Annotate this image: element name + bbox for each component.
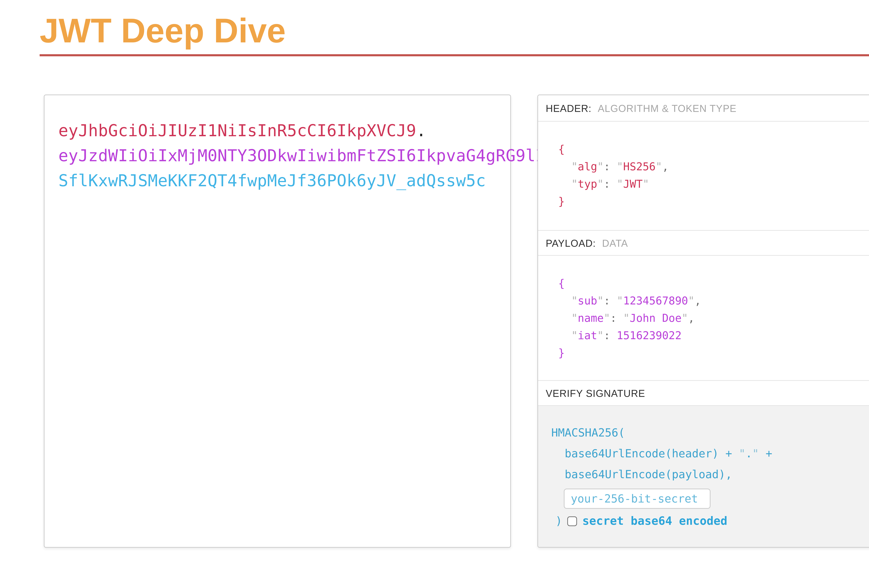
encoded-token-editor[interactable]: eyJhbGciOiJIUzI1NiIsInR5cCI6IkpXVCJ9.eyJ… <box>58 118 447 193</box>
secret-base64-label[interactable]: secret base64 encoded <box>583 514 728 527</box>
signature-formula: HMACSHA256( base64UrlEncode(header) + ".… <box>551 422 869 485</box>
payload-section-bar: PAYLOAD: DATA <box>538 231 869 256</box>
secret-base64-checkbox[interactable] <box>567 516 577 526</box>
slide: JWT Deep Dive eyJhbGciOiJIUzI1NiIsInR5cC… <box>0 0 869 588</box>
payload-sublabel: DATA <box>602 237 628 249</box>
decoded-panel: HEADER: ALGORITHM & TOKEN TYPE { "alg": … <box>537 95 869 548</box>
verify-section-bar: VERIFY SIGNATURE <box>538 381 869 406</box>
header-sublabel: ALGORITHM & TOKEN TYPE <box>598 102 737 114</box>
verify-signature-label: VERIFY SIGNATURE <box>546 388 645 398</box>
signature-formula-close-row: ) secret base64 encoded <box>556 514 869 527</box>
encoded-token-panel: eyJhbGciOiJIUzI1NiIsInR5cCI6IkpXVCJ9.eyJ… <box>44 95 511 548</box>
page-title: JWT Deep Dive <box>40 11 286 50</box>
title-underline <box>40 54 869 56</box>
payload-json-editor[interactable]: { "sub": "1234567890", "name": "John Doe… <box>538 256 869 381</box>
verify-signature-area: HMACSHA256( base64UrlEncode(header) + ".… <box>538 406 869 547</box>
closing-paren: ) <box>556 514 562 527</box>
secret-input[interactable] <box>564 489 710 509</box>
payload-label: PAYLOAD: <box>546 237 596 249</box>
header-section-bar: HEADER: ALGORITHM & TOKEN TYPE <box>538 95 869 121</box>
header-json-editor[interactable]: { "alg": "HS256", "typ": "JWT"} <box>538 121 869 231</box>
header-label: HEADER: <box>546 102 592 114</box>
